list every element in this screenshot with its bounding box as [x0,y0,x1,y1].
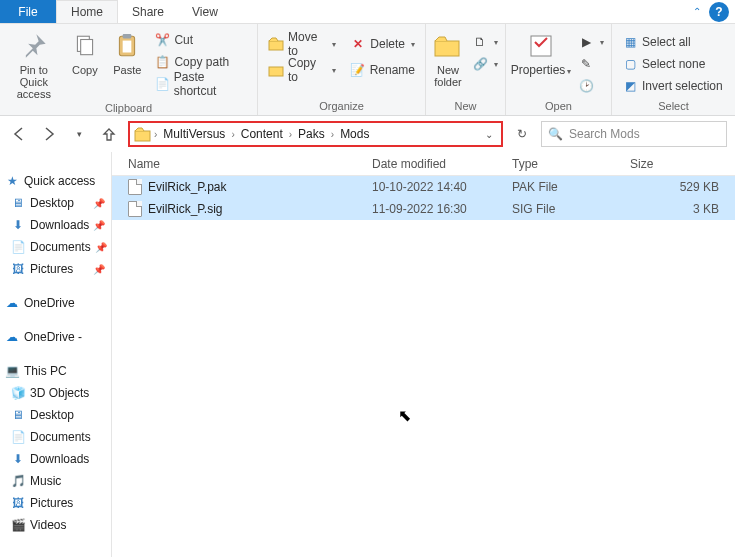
refresh-button[interactable]: ↻ [511,127,533,141]
history-button[interactable]: 🕑 [574,76,608,96]
address-bar-row: ▾ › MultiVersus › Content › Paks › Mods … [0,116,735,152]
sidebar-item-music[interactable]: 🎵Music [0,470,111,492]
copy-button[interactable]: Copy [66,28,104,76]
file-row[interactable]: EvilRick_P.pak 10-10-2022 14:40 PAK File… [112,176,735,198]
file-row[interactable]: EvilRick_P.sig 11-09-2022 16:30 SIG File… [112,198,735,220]
group-select-label: Select [612,98,735,115]
crumb[interactable]: MultiVersus [159,127,229,141]
sidebar-onedrive-personal[interactable]: ☁OneDrive - [0,326,111,348]
move-to-button[interactable]: Move to▾ [264,34,340,54]
column-headers[interactable]: Name Date modified Type Size [112,152,735,176]
copy-path-icon: 📋 [154,54,170,70]
back-button[interactable] [8,123,30,145]
group-organize-label: Organize [258,98,425,115]
sidebar-quick-access[interactable]: ★Quick access [0,170,111,192]
select-none-button[interactable]: ▢Select none [618,54,727,74]
group-new-label: New [426,98,505,115]
collapse-ribbon-icon[interactable]: ⌃ [693,6,701,17]
col-size[interactable]: Size [630,157,735,171]
svg-rect-9 [135,131,150,141]
sidebar-item-pictures[interactable]: 🖼Pictures📌 [0,258,111,280]
easy-access-button[interactable]: 🔗▾ [468,54,502,74]
chevron-right-icon[interactable]: › [231,129,234,140]
star-icon: ★ [4,173,20,189]
tab-home[interactable]: Home [56,0,118,23]
sidebar-item-desktop2[interactable]: 🖥Desktop [0,404,111,426]
cut-button[interactable]: ✂️Cut [150,30,251,50]
paste-shortcut-icon: 📄 [154,76,169,92]
crumb[interactable]: Content [237,127,287,141]
sidebar-item-downloads2[interactable]: ⬇Downloads [0,448,111,470]
file-size: 529 KB [630,180,735,194]
help-icon[interactable]: ? [709,2,729,22]
sidebar-item-desktop[interactable]: 🖥Desktop📌 [0,192,111,214]
sidebar-item-pictures2[interactable]: 🖼Pictures [0,492,111,514]
invert-selection-button[interactable]: ◩Invert selection [618,76,727,96]
file-icon [128,179,142,195]
copy-path-button[interactable]: 📋Copy path [150,52,251,72]
address-bar[interactable]: › MultiVersus › Content › Paks › Mods ⌄ [128,121,503,147]
sidebar-item-downloads[interactable]: ⬇Downloads📌 [0,214,111,236]
tab-view[interactable]: View [178,0,232,23]
group-open-label: Open [506,98,611,115]
new-folder-icon [432,30,464,62]
svg-rect-3 [123,34,132,38]
pin-quick-access-button[interactable]: Pin to Quick access [6,28,62,100]
move-icon [268,36,284,52]
col-date[interactable]: Date modified [372,157,512,171]
crumb[interactable]: Paks [294,127,329,141]
new-folder-button[interactable]: New folder [432,28,464,88]
tab-file[interactable]: File [0,0,56,23]
forward-button[interactable] [38,123,60,145]
paste-shortcut-button[interactable]: 📄Paste shortcut [150,74,251,94]
pictures-icon: 🖼 [10,495,26,511]
tab-share[interactable]: Share [118,0,178,23]
file-size: 3 KB [630,202,735,216]
file-name: EvilRick_P.sig [148,202,222,216]
delete-button[interactable]: ✕Delete▾ [346,34,419,54]
properties-icon [525,30,557,62]
chevron-right-icon[interactable]: › [331,129,334,140]
col-name[interactable]: Name [112,157,372,171]
col-type[interactable]: Type [512,157,630,171]
cloud-icon: ☁ [4,295,20,311]
svg-rect-7 [435,41,459,56]
rename-button[interactable]: 📝Rename [346,60,419,80]
recent-locations-button[interactable]: ▾ [68,123,90,145]
group-clipboard-label: Clipboard [0,100,257,117]
chevron-right-icon[interactable]: › [154,129,157,140]
svg-rect-6 [269,67,283,76]
crumb[interactable]: Mods [336,127,373,141]
sidebar-item-videos[interactable]: 🎬Videos [0,514,111,536]
open-button[interactable]: ▶▾ [574,32,608,52]
sidebar-item-documents[interactable]: 📄Documents📌 [0,236,111,258]
sidebar-onedrive[interactable]: ☁OneDrive [0,292,111,314]
videos-icon: 🎬 [10,517,26,533]
chevron-right-icon[interactable]: › [289,129,292,140]
paste-icon [111,30,143,62]
sidebar-item-documents2[interactable]: 📄Documents [0,426,111,448]
file-type: SIG File [512,202,630,216]
copy-to-button[interactable]: Copy to▾ [264,60,340,80]
address-dropdown-icon[interactable]: ⌄ [481,129,497,140]
menu-tabs: File Home Share View ⌃ ? [0,0,735,24]
new-item-button[interactable]: 🗋▾ [468,32,502,52]
search-input[interactable]: 🔍 Search Mods [541,121,727,147]
sidebar-item-3dobjects[interactable]: 🧊3D Objects [0,382,111,404]
edit-button[interactable]: ✎ [574,54,608,74]
downloads-icon: ⬇ [10,451,26,467]
paste-button[interactable]: Paste [108,28,146,76]
properties-button[interactable]: Properties▾ [512,28,570,78]
search-placeholder: Search Mods [569,127,640,141]
chevron-down-icon: ▾ [332,66,336,75]
search-icon: 🔍 [548,127,563,141]
navigation-pane[interactable]: ★Quick access 🖥Desktop📌 ⬇Downloads📌 📄Doc… [0,152,112,557]
pin-icon: 📌 [93,220,105,231]
up-button[interactable] [98,123,120,145]
pin-icon: 📌 [95,242,107,253]
easy-access-icon: 🔗 [472,56,488,72]
select-all-button[interactable]: ▦Select all [618,32,727,52]
file-type: PAK File [512,180,630,194]
copy-to-icon [268,62,284,78]
sidebar-this-pc[interactable]: 💻This PC [0,360,111,382]
